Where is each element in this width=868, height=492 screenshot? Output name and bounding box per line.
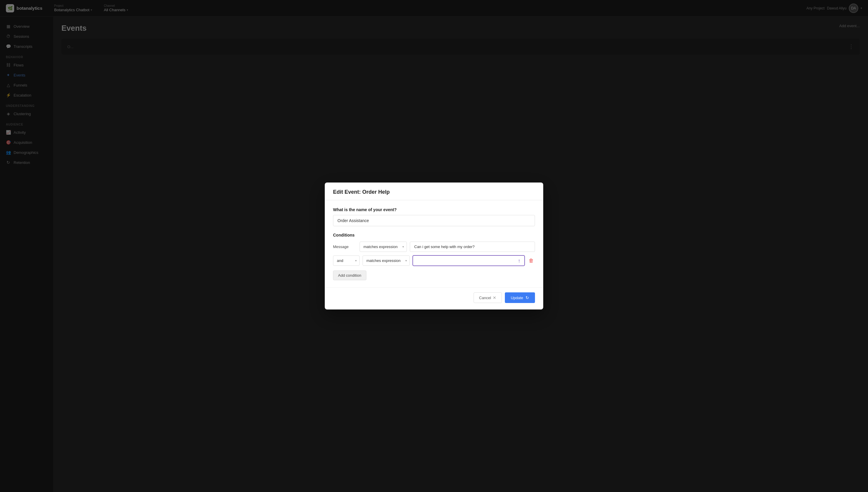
modal-body: What is the name of your event? Conditio… [325,200,543,287]
condition-row-2: and or ▾ matches expression contains equ… [333,255,535,266]
refresh-icon: ↻ [526,295,529,300]
update-button[interactable]: Update ↻ [505,292,535,303]
edit-event-modal: Edit Event: Order Help What is the name … [325,182,543,310]
cancel-x-icon: ✕ [493,295,496,300]
add-condition-button[interactable]: Add condition [333,271,366,280]
condition1-operator-select[interactable]: matches expression contains equals start… [360,242,407,252]
condition1-operator-wrap: matches expression contains equals start… [360,242,407,252]
event-name-input[interactable] [333,215,535,226]
condition2-value-wrap: ↑ [413,255,525,266]
modal-title: Edit Event: Order Help [333,189,535,195]
condition2-connector-wrap: and or ▾ [333,255,360,266]
condition2-operator-select[interactable]: matches expression contains equals start… [362,255,410,266]
delete-condition2-button[interactable]: 🗑 [528,256,535,265]
condition-field-label: Message [333,245,357,249]
cancel-label: Cancel [479,296,491,300]
modal-footer: Cancel ✕ Update ↻ [325,287,543,310]
event-name-label: What is the name of your event? [333,207,535,212]
modal-header: Edit Event: Order Help [325,182,543,200]
cancel-button[interactable]: Cancel ✕ [474,292,502,303]
update-label: Update [511,296,523,300]
condition2-operator-wrap: matches expression contains equals start… [362,255,410,266]
condition2-connector-select[interactable]: and or [333,255,360,266]
condition2-value-input[interactable] [413,255,525,266]
modal-overlay: Edit Event: Order Help What is the name … [0,0,868,492]
condition-row-1: Message matches expression contains equa… [333,242,535,252]
conditions-label: Conditions [333,233,535,238]
condition1-value-input[interactable] [410,242,535,252]
